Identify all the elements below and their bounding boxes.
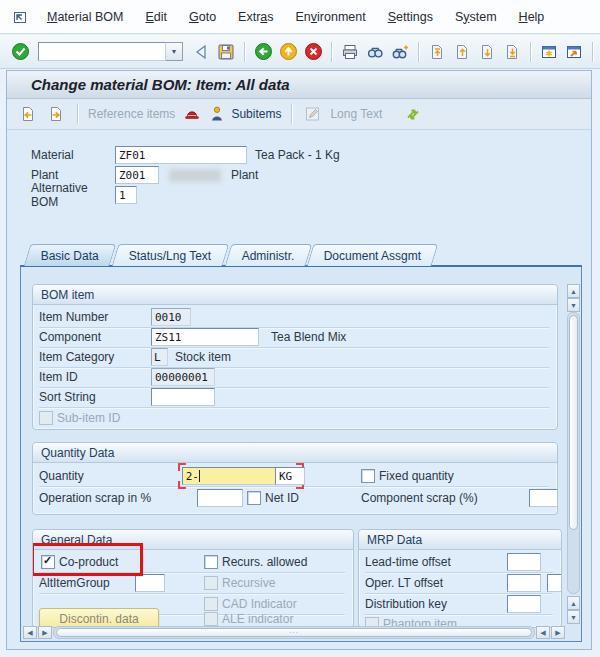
co-product-checkbox-label: Co-product	[59, 555, 118, 569]
lead-time-offset-row: Lead-time offset	[365, 552, 553, 573]
item-category-description: Stock item	[175, 350, 231, 364]
command-dropdown-icon[interactable]	[166, 42, 183, 61]
menu-item-goto[interactable]: Goto	[178, 7, 227, 27]
co-product-checkbox-box[interactable]	[41, 555, 55, 569]
find-next-icon[interactable]	[389, 41, 411, 63]
vertical-scroll-track[interactable]	[567, 312, 580, 594]
oper-lt-offset-unit-input[interactable]	[547, 574, 562, 592]
scroll-left-icon[interactable]	[536, 626, 550, 639]
toolbar-separator	[418, 42, 419, 62]
quantity-unit-input[interactable]	[275, 467, 305, 485]
tab-document-assgmt[interactable]: Document Assgmt	[307, 244, 439, 266]
component-scrap-input[interactable]	[529, 489, 558, 507]
first-page-icon[interactable]	[426, 41, 448, 63]
new-session-icon[interactable]	[538, 41, 560, 63]
scrap-row: Operation scrap in % Net ID Component sc…	[39, 488, 549, 508]
menu-item-environment[interactable]: Environment	[285, 7, 377, 27]
previous-item-icon[interactable]	[17, 103, 39, 125]
plant-description: Plant	[231, 168, 258, 182]
vertical-scrollbar	[567, 284, 580, 624]
back-icon[interactable]	[252, 41, 274, 63]
material-input[interactable]	[115, 146, 247, 164]
scroll-down-icon[interactable]	[567, 610, 580, 624]
sort-string-label: Sort String	[39, 390, 96, 404]
discontin-data-button[interactable]: Discontin. data	[39, 608, 159, 628]
menu-item-edit[interactable]: Edit	[134, 7, 178, 27]
menu-item-extras[interactable]: Extras	[227, 7, 284, 27]
menu-item-material-bom[interactable]: Material BOM	[36, 7, 134, 27]
tab-basic-data[interactable]: Basic Data	[24, 244, 117, 266]
fixed-quantity-checkbox-box[interactable]	[361, 469, 375, 483]
alt-item-group-row: AltItemGroup Recursive	[39, 573, 345, 594]
sap-gui-window: Material BOM Edit Goto Extras Environmen…	[0, 0, 600, 657]
net-id-checkbox-box[interactable]	[247, 491, 261, 505]
sub-item-id-checkbox: Sub-item ID	[39, 411, 120, 425]
recursive-checkbox-box	[204, 576, 218, 590]
recurs-allowed-checkbox-box[interactable]	[204, 555, 218, 569]
distribution-key-input[interactable]	[507, 595, 541, 613]
horizontal-scroll-track[interactable]	[53, 626, 535, 639]
vertical-scroll-thumb[interactable]	[569, 315, 578, 530]
save-icon[interactable]	[215, 41, 237, 63]
scroll-up-icon[interactable]	[567, 284, 580, 298]
scroll-left-icon[interactable]	[23, 626, 37, 639]
co-product-checkbox[interactable]: Co-product	[41, 555, 118, 569]
horizontal-scroll-thumb[interactable]	[56, 628, 532, 637]
print-icon[interactable]	[339, 41, 361, 63]
operation-scrap-input[interactable]	[197, 489, 243, 507]
plant-input[interactable]	[115, 166, 159, 184]
quantity-label: Quantity	[39, 469, 84, 483]
alternative-bom-row: Alternative BOM	[31, 185, 137, 205]
quantity-row: Quantity Fixed quantity	[39, 466, 549, 487]
scroll-up-icon[interactable]	[567, 596, 580, 610]
alt-item-group-input[interactable]	[135, 574, 165, 592]
recurs-allowed-checkbox[interactable]: Recurs. allowed	[204, 555, 307, 569]
find-icon[interactable]	[364, 41, 386, 63]
bom-item-box: BOM item Item Number Component Tea Blend…	[32, 284, 558, 430]
item-number-row: Item Number	[39, 307, 549, 328]
oper-lt-offset-input[interactable]	[507, 574, 541, 592]
enter-icon[interactable]	[9, 41, 31, 63]
menu-item-settings[interactable]: Settings	[377, 7, 444, 27]
header-red-hat-icon[interactable]	[181, 103, 203, 125]
net-id-checkbox[interactable]: Net ID	[247, 491, 299, 505]
next-item-icon[interactable]	[45, 103, 67, 125]
alternative-bom-input[interactable]	[115, 186, 137, 204]
back-step-icon[interactable]	[190, 41, 212, 63]
fixed-quantity-checkbox[interactable]: Fixed quantity	[361, 469, 454, 483]
subitems-button[interactable]: Subitems	[231, 107, 281, 121]
create-shortcut-icon[interactable]	[563, 41, 585, 63]
quantity-data-title: Quantity Data	[33, 443, 557, 463]
component-input[interactable]	[151, 328, 259, 346]
scroll-right-icon[interactable]	[38, 626, 52, 639]
toolbar-separator	[331, 42, 332, 62]
subitems-person-icon[interactable]	[209, 103, 225, 125]
item-category-field	[151, 348, 168, 366]
system-menu-icon[interactable]	[12, 9, 28, 25]
cancel-icon[interactable]	[302, 41, 324, 63]
tab-administr[interactable]: Administr.	[224, 244, 311, 266]
title-bar: Change material BOM: Item: All data	[7, 71, 591, 99]
next-page-icon[interactable]	[476, 41, 498, 63]
plant-name-redacted	[169, 169, 221, 182]
sort-string-input[interactable]	[151, 388, 215, 406]
mrp-data-title: MRP Data	[359, 530, 561, 550]
scroll-down-icon[interactable]	[567, 298, 580, 312]
bom-item-title: BOM item	[33, 285, 557, 305]
lead-time-offset-label: Lead-time offset	[365, 555, 451, 569]
command-field[interactable]	[38, 42, 166, 61]
menu-item-help[interactable]: Help	[508, 7, 556, 27]
refresh-swap-icon[interactable]	[402, 103, 424, 125]
menu-item-system[interactable]: System	[444, 7, 508, 27]
scroll-right-icon[interactable]	[551, 626, 565, 639]
last-page-icon[interactable]	[501, 41, 523, 63]
recursive-checkbox: Recursive	[204, 576, 275, 590]
previous-page-icon[interactable]	[451, 41, 473, 63]
tab-status-lng-text[interactable]: Status/Lng Text	[112, 244, 229, 266]
item-number-field	[151, 308, 191, 326]
oper-lt-offset-label: Oper. LT offset	[365, 576, 443, 590]
exit-up-icon[interactable]	[277, 41, 299, 63]
sub-item-id-row: Sub-item ID	[39, 408, 549, 428]
item-category-label: Item Category	[39, 350, 114, 364]
lead-time-offset-input[interactable]	[507, 553, 541, 571]
